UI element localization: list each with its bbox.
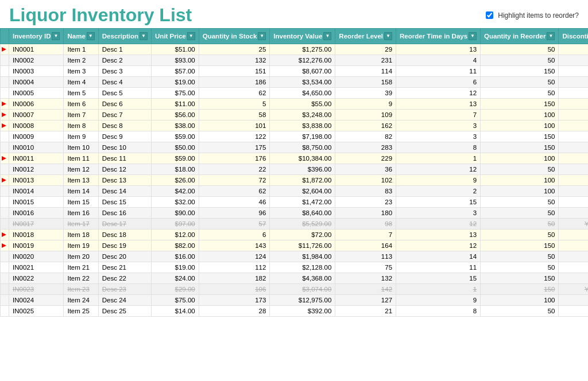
cell-desc: Desc 13 [98, 175, 151, 186]
table-header-row: Inventory ID ▼ Name ▼ Description ▼ [1, 29, 589, 44]
cell-id: IN0017 [9, 219, 64, 230]
cell-reorder_time: 11 [396, 66, 481, 77]
flag-cell [1, 208, 9, 219]
cell-id: IN0025 [9, 306, 64, 317]
cell-reorder_time: 12 [396, 219, 481, 230]
cell-qty_stock: 175 [199, 142, 270, 153]
cell-reorder_time: 14 [396, 251, 481, 262]
cell-discontinued [559, 186, 588, 197]
flag-cell [1, 186, 9, 197]
cell-reorder_time: 15 [396, 197, 481, 208]
cell-qty_reorder: 150 [481, 273, 559, 284]
cell-id: IN0010 [9, 142, 64, 153]
reorder-flag-icon [2, 123, 6, 128]
table-row: IN0009Item 9Desc 9$59.00122$7,198.008231… [1, 131, 589, 142]
cell-unit_price: $12.00 [152, 230, 199, 240]
cell-qty_reorder: 100 [481, 186, 559, 197]
cell-reorder_level: 75 [335, 262, 396, 273]
cell-qty_stock: 124 [199, 251, 270, 262]
inventory-table: Inventory ID ▼ Name ▼ Description ▼ [0, 28, 588, 317]
cell-qty_stock: 22 [199, 164, 270, 175]
cell-desc: Desc 23 [98, 284, 151, 295]
cell-qty_stock: 96 [199, 208, 270, 219]
cell-inv_value: $12,975.00 [270, 295, 335, 306]
table-row: IN0010Item 10Desc 10$50.00175$8,750.0028… [1, 142, 589, 153]
cell-qty_reorder: 100 [481, 120, 559, 131]
cell-reorder_time: 11 [396, 262, 481, 273]
cell-qty_reorder: 50 [481, 208, 559, 219]
cell-id: IN0021 [9, 262, 64, 273]
cell-reorder_level: 180 [335, 208, 396, 219]
highlight-label[interactable]: Highlight items to reorder? [498, 11, 579, 20]
cell-discontinued [559, 88, 588, 99]
col-inv-dropdown[interactable]: ▼ [323, 32, 331, 40]
cell-reorder_level: 164 [335, 240, 396, 251]
flag-cell [1, 66, 9, 77]
cell-id: IN0009 [9, 131, 64, 142]
cell-discontinued [559, 306, 588, 317]
cell-qty_reorder: 150 [481, 66, 559, 77]
col-qty-reorder-dropdown[interactable]: ▼ [547, 32, 555, 40]
flag-cell [1, 131, 9, 142]
highlight-checkbox[interactable] [486, 11, 493, 19]
cell-qty_reorder: 50 [481, 88, 559, 99]
cell-desc: Desc 10 [98, 142, 151, 153]
cell-reorder_level: 83 [335, 186, 396, 197]
cell-id: IN0007 [9, 110, 64, 120]
cell-qty_stock: 25 [199, 44, 270, 55]
cell-id: IN0012 [9, 164, 64, 175]
cell-qty_reorder: 150 [481, 284, 559, 295]
cell-reorder_level: 23 [335, 197, 396, 208]
col-id-dropdown[interactable]: ▼ [52, 32, 60, 40]
cell-qty_reorder: 50 [481, 77, 559, 88]
cell-unit_price: $51.00 [152, 44, 199, 55]
cell-unit_price: $97.00 [152, 219, 199, 230]
reorder-flag-icon [2, 102, 6, 106]
cell-inv_value: $1,275.00 [270, 44, 335, 55]
cell-qty_stock: 176 [199, 153, 270, 164]
flag-cell [1, 262, 9, 273]
flag-cell [1, 110, 9, 120]
col-reorder-time-dropdown[interactable]: ▼ [469, 32, 477, 40]
cell-qty_stock: 62 [199, 88, 270, 99]
cell-name: Item 22 [64, 273, 98, 284]
cell-qty_reorder: 150 [481, 240, 559, 251]
col-reorder-level-dropdown[interactable]: ▼ [384, 32, 392, 40]
col-header-price: Unit Price ▼ [152, 29, 199, 44]
cell-discontinued [559, 175, 588, 186]
cell-inv_value: $1,472.00 [270, 197, 335, 208]
cell-desc: Desc 14 [98, 186, 151, 197]
flag-cell [1, 284, 9, 295]
table-row: IN0017Item 17Desc 17$97.0057$5,529.00981… [1, 219, 589, 230]
cell-desc: Desc 18 [98, 230, 151, 240]
col-desc-dropdown[interactable]: ▼ [140, 32, 148, 40]
cell-discontinued [559, 153, 588, 164]
page-title: Liquor Inventory List [9, 5, 192, 26]
cell-name: Item 23 [64, 284, 98, 295]
cell-name: Item 14 [64, 186, 98, 197]
cell-reorder_time: 7 [396, 110, 481, 120]
cell-reorder_level: 9 [335, 99, 396, 110]
cell-inv_value: $3,248.00 [270, 110, 335, 120]
cell-inv_value: $392.00 [270, 306, 335, 317]
cell-name: Item 16 [64, 208, 98, 219]
col-header-inv: Inventory Value ▼ [270, 29, 335, 44]
cell-inv_value: $5,529.00 [270, 219, 335, 230]
col-qty-dropdown[interactable]: ▼ [258, 32, 266, 40]
table-row: IN0004Item 4Desc 4$19.00186$3,534.001586… [1, 77, 589, 88]
table-row: IN0022Item 22Desc 22$24.00182$4,368.0013… [1, 273, 589, 284]
col-name-dropdown[interactable]: ▼ [87, 32, 95, 40]
cell-discontinued [559, 164, 588, 175]
flag-cell [1, 164, 9, 175]
flag-cell [1, 44, 9, 55]
col-header-name: Name ▼ [64, 29, 98, 44]
cell-name: Item 13 [64, 175, 98, 186]
cell-unit_price: $93.00 [152, 55, 199, 66]
table-row: IN0014Item 14Desc 14$42.0062$2,604.00832… [1, 186, 589, 197]
col-price-dropdown[interactable]: ▼ [187, 32, 195, 40]
cell-name: Item 17 [64, 219, 98, 230]
flag-cell [1, 120, 9, 131]
col-header-qty-reorder: Quantity in Reorder ▼ [481, 29, 559, 44]
cell-unit_price: $75.00 [152, 295, 199, 306]
cell-reorder_level: 7 [335, 230, 396, 240]
